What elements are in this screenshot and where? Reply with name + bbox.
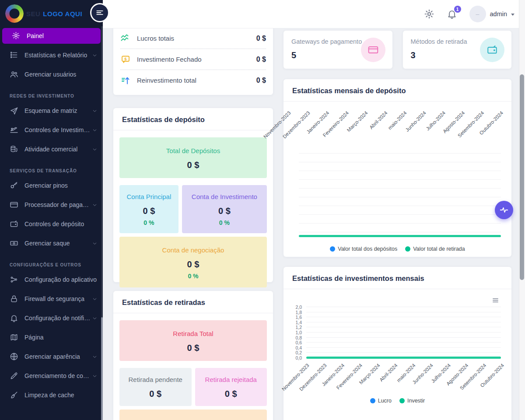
legend-item[interactable]: Valor total de retirada xyxy=(405,246,465,252)
sidebar-item-gerenciar-apar-ncia[interactable]: Gerenciar aparência xyxy=(0,347,103,366)
x-axis-label: Abril-2024 xyxy=(378,363,399,383)
sidebar-item-label: Gerenciar pinos xyxy=(24,182,68,189)
legend-item[interactable]: Lucro xyxy=(370,398,392,404)
main-content: Lucros totais0 $$Investimento Fechado0 $… xyxy=(103,28,525,420)
rejected-withdraw-label: Retirada rejeitada xyxy=(198,376,265,383)
gridline xyxy=(299,214,501,215)
pulse-fab-button[interactable] xyxy=(495,201,513,219)
gear-icon xyxy=(12,32,21,40)
sidebar-item-controles-de-dep-sito[interactable]: Controles de depósito xyxy=(0,214,103,234)
gridline xyxy=(306,307,501,307)
sidebar-item-esquema-de-matriz[interactable]: Esquema de matriz xyxy=(0,101,103,120)
sidebar-item-gerenciar-saque[interactable]: Gerenciar saque xyxy=(0,234,103,253)
sidebar-item-p-gina[interactable]: Página xyxy=(0,328,103,347)
bell-icon[interactable]: 1 xyxy=(447,9,457,19)
gridline xyxy=(306,322,501,322)
page-scrollbar-thumb[interactable] xyxy=(520,74,524,280)
sidebar-item-controles-de-investimento[interactable]: Controles de Investimento xyxy=(0,120,103,140)
key-icon xyxy=(10,181,18,190)
gridline xyxy=(299,223,501,224)
withdraw-methods-card: Métodos de retirada 3 xyxy=(403,31,512,69)
x-axis-label: Julho-2024 xyxy=(425,110,446,132)
banknote-icon xyxy=(10,239,18,248)
total-deposits-label: Total de Depósitos xyxy=(124,147,262,154)
chart1-title: Estatísticas mensais de depósito xyxy=(284,79,511,102)
legend-item[interactable]: Investir xyxy=(399,398,425,404)
sidebar-item-painel[interactable]: Painel xyxy=(2,28,101,44)
gridline xyxy=(306,342,501,343)
gridline xyxy=(306,352,501,353)
y-axis-label: 0,2 xyxy=(286,350,302,355)
trading-account-label: Conta de negociação xyxy=(124,246,262,254)
sidebar-item-label: Limpeza de cache xyxy=(24,392,74,399)
chevron-down-icon xyxy=(92,374,98,378)
totals-row-label: Reinvestimento total xyxy=(137,77,196,84)
lock-icon xyxy=(10,294,18,303)
chart-menu-icon[interactable] xyxy=(492,297,499,305)
pending-withdraw-label: Retirada pendente xyxy=(122,376,189,383)
sidebar-item-limpeza-de-cache[interactable]: Limpeza de cache xyxy=(0,385,103,405)
totals-row-value: 0 $ xyxy=(256,77,266,84)
chart-legend: LucroInvestir xyxy=(284,398,511,404)
gridline xyxy=(299,179,501,180)
sidebar-item-label: Gerenciamento de contatos xyxy=(24,372,92,379)
gridline xyxy=(306,327,501,327)
chevron-down-icon xyxy=(92,354,98,359)
totals-row-label: Investimento Fechado xyxy=(137,56,202,63)
chevron-down-icon xyxy=(92,147,98,152)
sidebar-item-atividade-comercial[interactable]: Atividade comercial xyxy=(0,140,103,159)
bell-icon xyxy=(10,314,18,322)
trading-account-value: 0 $ xyxy=(124,259,262,270)
logo-swirl-icon xyxy=(5,4,24,23)
chart-legend: Valor total dos depósitosValor total de … xyxy=(284,246,511,252)
plane-icon xyxy=(10,126,18,134)
legend-item[interactable]: Valor total dos depósitos xyxy=(330,246,397,252)
sidebar-item-label: Estatísticas e Relatório xyxy=(24,52,87,59)
gridline xyxy=(299,162,501,162)
legend-label: Valor total dos depósitos xyxy=(338,246,397,252)
totals-row: $Investimento Fechado0 $ xyxy=(120,49,266,70)
sidebar-item-configura-o-do-aplicativo[interactable]: Configuração do aplicativo xyxy=(0,270,103,289)
wallet-icon xyxy=(480,38,504,62)
y-axis-label: 0,0 xyxy=(286,355,302,360)
gear-icon[interactable] xyxy=(424,9,434,19)
sidebar-menu: PainelEstatísticas e RelatórioGerenciar … xyxy=(0,28,103,405)
logo-text-prefix: SEU xyxy=(26,10,40,18)
page-scrollbar[interactable] xyxy=(519,0,525,420)
dollar-tag-icon: $ xyxy=(120,54,131,65)
main-account-percent: 0 % xyxy=(122,219,176,226)
wallet-icon xyxy=(10,220,18,228)
user-name: admin xyxy=(490,10,508,18)
sidebar-scrollbar-thumb[interactable] xyxy=(101,317,103,420)
totals-row: Reinvestimento total0 $ xyxy=(120,70,266,91)
sidebar-item-label: Firewall de segurança xyxy=(24,295,84,302)
pen-icon xyxy=(10,371,18,380)
total-withdraw-label: Retirada Total xyxy=(124,330,262,337)
sidebar-item-firewall-de-seguran-a[interactable]: Firewall de segurança xyxy=(0,289,103,308)
totals-row: Lucros totais0 $ xyxy=(120,28,266,49)
investment-account-label: Conta de Investimento xyxy=(185,193,264,200)
sidebar-item-gerenciamento-de-contatos[interactable]: Gerenciamento de contatos xyxy=(0,366,103,385)
sidebar-item-gerenciar-pinos[interactable]: Gerenciar pinos xyxy=(0,176,103,195)
credit-card-icon xyxy=(10,200,18,209)
avatar[interactable]: – xyxy=(469,6,486,22)
list-icon xyxy=(10,51,18,60)
send-icon xyxy=(10,106,18,115)
sidebar-item-gerenciar-usu-rios[interactable]: Gerenciar usuários xyxy=(0,65,103,84)
sidebar-item-estat-sticas-e-relat-rio[interactable]: Estatísticas e Relatório xyxy=(0,46,103,65)
sidebar-toggle-button[interactable] xyxy=(90,3,109,22)
gridline xyxy=(299,206,501,206)
sidebar-item-configura-o-de-notifica-o[interactable]: Configuração de notificação xyxy=(0,308,103,328)
gridline xyxy=(299,153,501,154)
payment-gateways-card: Gateways de pagamento 5 xyxy=(284,31,392,69)
sidebar-item-processador-de-pagamento[interactable]: Processador de pagamento xyxy=(0,195,103,214)
sidebar-scrollbar[interactable] xyxy=(101,26,103,420)
user-menu[interactable]: – admin xyxy=(469,6,515,22)
x-axis-label: maio-2024 xyxy=(387,110,408,131)
y-axis-label: 1,8 xyxy=(286,310,302,315)
sidebar-item-label: Painel xyxy=(27,32,44,39)
investment-account-percent: 0 % xyxy=(185,219,264,226)
sidebar-item-label: Esquema de matriz xyxy=(24,107,77,114)
app-logo[interactable]: SEU LOGO AQUI xyxy=(0,0,103,26)
sidebar-section-label: SERVIÇOS DE TRANSAÇÃO xyxy=(0,159,103,176)
